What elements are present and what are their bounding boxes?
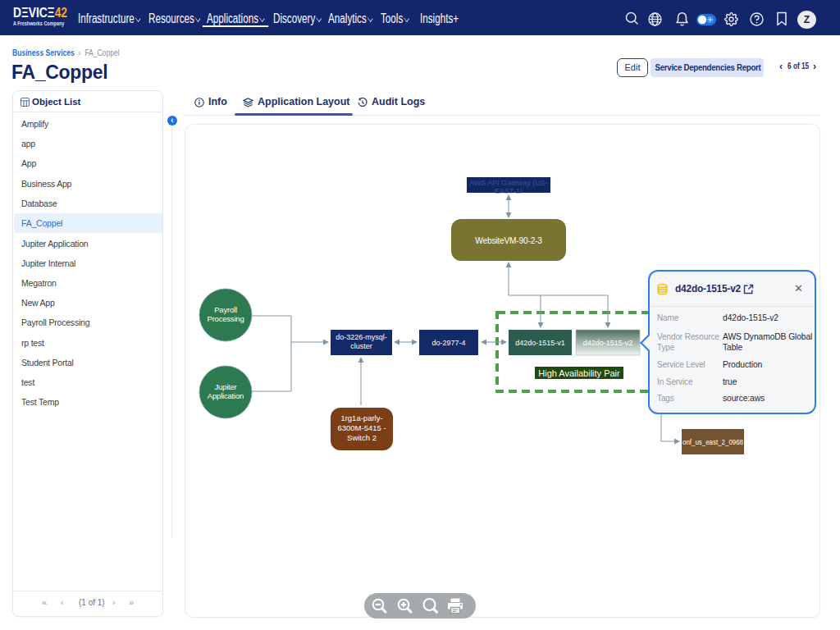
svg-text:Processing: Processing bbox=[208, 314, 244, 323]
svg-text:onf_us_east_2_0968: onf_us_east_2_0968 bbox=[682, 437, 743, 446]
svg-text:AWS API Gateway (US-: AWS API Gateway (US- bbox=[469, 179, 548, 187]
svg-text:WebsiteVM-90-2-3: WebsiteVM-90-2-3 bbox=[475, 236, 542, 245]
svg-text:d42do-1515-v2: d42do-1515-v2 bbox=[583, 339, 633, 347]
svg-text:do-3226-mysql-: do-3226-mysql- bbox=[336, 333, 387, 341]
svg-text:Application: Application bbox=[208, 391, 244, 400]
svg-text:Jupiter: Jupiter bbox=[214, 382, 236, 391]
svg-text:do-2977-4: do-2977-4 bbox=[431, 339, 465, 347]
svg-text:High Availability Pair: High Availability Pair bbox=[538, 368, 620, 378]
svg-text:Payroll: Payroll bbox=[214, 305, 237, 314]
svg-text:Switch 2: Switch 2 bbox=[347, 433, 377, 442]
svg-text:6300M-5415 -: 6300M-5415 - bbox=[337, 423, 386, 432]
svg-text:EAST-1): EAST-1) bbox=[495, 187, 523, 195]
svg-text:cluster: cluster bbox=[350, 342, 372, 350]
svg-text:d42do-1515-v1: d42do-1515-v1 bbox=[515, 339, 565, 347]
svg-text:1rg1a-parly-: 1rg1a-parly- bbox=[340, 413, 382, 422]
